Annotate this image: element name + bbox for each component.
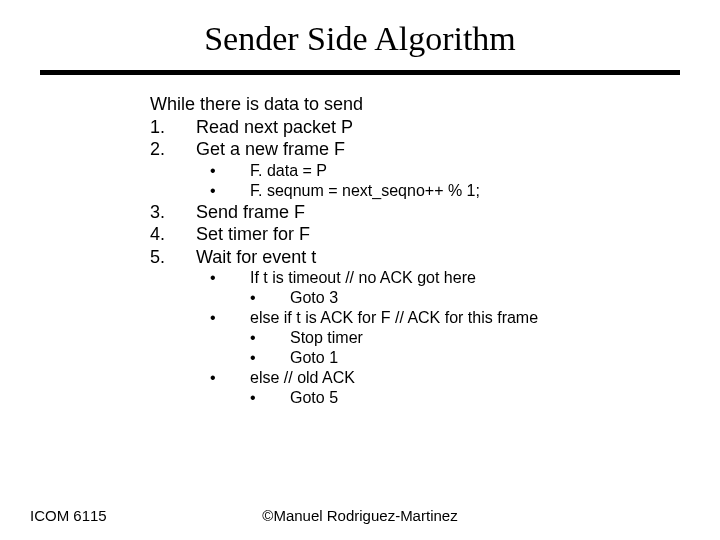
footer-course: ICOM 6115: [30, 507, 107, 524]
step-4: 4. Set timer for F: [150, 223, 690, 246]
step-5-elseif-stop: • Stop timer: [250, 328, 690, 348]
slide: Sender Side Algorithm While there is dat…: [0, 0, 720, 540]
footer-author: ©Manuel Rodriguez-Martinez: [0, 507, 720, 524]
step-1: 1. Read next packet P: [150, 116, 690, 139]
step-5-if: • If t is timeout // no ACK got here: [210, 268, 690, 288]
step-5-else-goto5: • Goto 5: [250, 388, 690, 408]
step-3: 3. Send frame F: [150, 201, 690, 224]
step-5-else: • else // old ACK: [210, 368, 690, 388]
step-2-sub-b: • F. seqnum = next_seqno++ % 1;: [210, 181, 690, 201]
step-5-if-goto3: • Goto 3: [250, 288, 690, 308]
step-2-sub-a: • F. data = P: [210, 161, 690, 181]
while-line: While there is data to send: [150, 93, 690, 116]
slide-footer: ICOM 6115 ©Manuel Rodriguez-Martinez: [0, 507, 720, 524]
step-5-elseif: • else if t is ACK for F // ACK for this…: [210, 308, 690, 328]
slide-body: While there is data to send 1. Read next…: [150, 93, 690, 408]
step-5: 5. Wait for event t: [150, 246, 690, 269]
step-2: 2. Get a new frame F: [150, 138, 690, 161]
title-rule: [40, 70, 680, 75]
step-5-elseif-goto1: • Goto 1: [250, 348, 690, 368]
slide-title: Sender Side Algorithm: [30, 20, 690, 58]
